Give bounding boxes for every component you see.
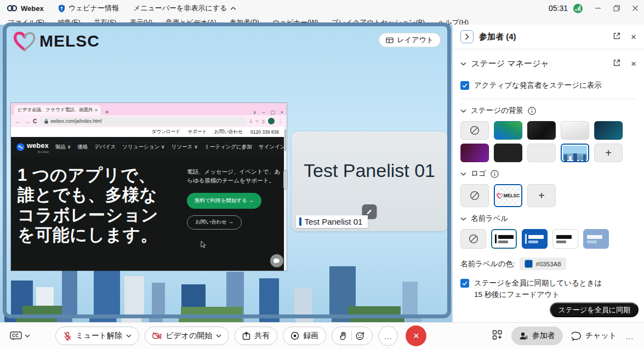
webinar-info-button[interactable]: ウェビナー情報 <box>58 3 119 13</box>
chevron-down-icon[interactable] <box>460 217 466 221</box>
captions-button[interactable] <box>10 331 30 341</box>
record-button[interactable]: 録画 <box>283 327 326 345</box>
hero-primary-cta[interactable]: 無料で利用を開始する → <box>187 193 261 209</box>
check-icon <box>462 83 468 88</box>
chat-toggle-button[interactable]: チャット <box>572 331 617 341</box>
apps-button[interactable] <box>492 330 503 342</box>
utility-link-support[interactable]: サポート <box>188 129 207 135</box>
participants-close-button[interactable]: × <box>631 32 636 42</box>
stage-manager-header: ステージ マネージャ × <box>453 53 644 75</box>
unmute-button[interactable]: ミュート解除 <box>55 327 139 345</box>
more-panels-button[interactable]: … <box>625 331 634 341</box>
browser-download-icon[interactable]: ⤓ <box>250 118 252 124</box>
color-swatch <box>525 260 533 268</box>
background-dark-option[interactable] <box>527 121 556 140</box>
collapse-panel-button[interactable] <box>460 30 474 43</box>
utility-link-phone[interactable]: 0120 339 836 <box>250 129 279 135</box>
sync-stage-button[interactable]: ステージを全員に同期 <box>550 302 639 317</box>
browser-sidepanel-icon[interactable]: ▯ <box>263 119 265 124</box>
new-tab-button[interactable]: + <box>105 108 109 115</box>
background-black-option[interactable] <box>494 144 522 162</box>
chevron-down-icon[interactable] <box>460 109 466 113</box>
background-city-option-selected[interactable] <box>561 144 589 162</box>
site-chat-widget-button[interactable] <box>270 254 283 267</box>
hide-menubar-button[interactable]: メニューバーを非表示にする <box>133 3 236 13</box>
logo-melsc-text: MELSC <box>504 193 520 198</box>
chevron-down-icon <box>25 334 30 337</box>
name-label-style4-option[interactable] <box>583 229 609 249</box>
active-speaker-label: アクティブな発言者をステージに表示 <box>474 81 602 90</box>
browser-bookmark-icon[interactable]: ☆ <box>255 119 259 124</box>
url-field[interactable]: webex.com/ja/index.html <box>40 117 247 125</box>
active-speaker-checkbox[interactable] <box>460 81 469 90</box>
reactions-button[interactable] <box>332 327 373 345</box>
window-close-button[interactable] <box>632 5 639 12</box>
browser-minimize-icon[interactable]: – <box>262 110 265 115</box>
site-nav-pricing[interactable]: 価格 <box>77 144 88 151</box>
browser-tab[interactable]: ビデオ会議、クラウド電話、画面共有 × <box>14 105 101 115</box>
name-label-style1-option-selected[interactable] <box>491 229 517 249</box>
hero-secondary-cta[interactable]: お問い合わせ → <box>187 215 242 230</box>
logo-none-option[interactable] <box>460 184 489 207</box>
utility-link-contact[interactable]: お問い合わせ <box>214 129 243 135</box>
stage-manager-title: ステージ マネージャ <box>471 59 549 69</box>
connection-quality-icon[interactable] <box>573 4 583 13</box>
info-icon[interactable] <box>528 107 536 115</box>
background-teal-gradient-option[interactable] <box>594 121 623 140</box>
logo-melsc-option-selected[interactable]: MELSC <box>494 184 522 207</box>
sync-fadeout-checkbox[interactable] <box>460 279 469 288</box>
name-label-style2-option[interactable] <box>522 229 548 249</box>
panelist-video-tile[interactable]: Test Panelist 01 Test Panelist 01 <box>292 131 447 231</box>
name-label-style3-option[interactable] <box>552 229 578 249</box>
browser-back-icon[interactable]: ← <box>15 118 21 124</box>
panelist-name-label: Test Panelist 01 <box>296 215 368 228</box>
browser-reload-icon[interactable]: C <box>33 118 37 124</box>
background-green-gradient-option[interactable] <box>494 121 522 140</box>
layout-button[interactable]: レイアウト <box>379 33 441 47</box>
info-icon[interactable] <box>491 170 499 178</box>
browser-restore-icon[interactable]: ▢ <box>270 110 275 115</box>
browser-scrollbar[interactable] <box>284 127 287 271</box>
background-none-option[interactable] <box>460 121 489 140</box>
background-light-option[interactable] <box>527 144 556 162</box>
sync-fadeout-label-line2: 15 秒後にフェードアウト <box>474 290 560 299</box>
browser-close-icon[interactable]: × <box>281 110 283 115</box>
logo-section-header: ロゴ <box>453 164 644 183</box>
start-video-button[interactable]: ビデオの開始 <box>145 327 229 345</box>
background-purple-gradient-option[interactable] <box>460 144 489 162</box>
stage-manager-close-button[interactable]: × <box>631 59 636 68</box>
add-background-button[interactable]: + <box>594 144 623 162</box>
site-navbar: webexby cisco 製品 ∨ 価格 デバイス ソリューション ∨ リソー… <box>11 137 287 157</box>
utility-link-download[interactable]: ダウンロード <box>152 129 180 135</box>
name-label-color-label: 名前ラベルの色: <box>460 259 515 269</box>
share-button[interactable]: 共有 <box>235 327 277 345</box>
chevron-down-icon[interactable] <box>460 62 466 66</box>
browser-dropdown-icon[interactable]: ∨ <box>253 110 257 115</box>
background-silver-option[interactable] <box>561 121 589 140</box>
chevron-down-icon[interactable] <box>460 172 466 176</box>
stage-divider-handle[interactable] <box>283 170 288 190</box>
site-nav-products[interactable]: 製品 ∨ <box>55 144 71 151</box>
browser-profile-avatar[interactable] <box>268 118 275 124</box>
name-label-none-option[interactable] <box>460 229 486 249</box>
site-nav-resources[interactable]: リソース ∨ <box>172 144 198 151</box>
leave-meeting-button[interactable]: × <box>406 325 426 346</box>
participants-popout-button[interactable] <box>613 32 621 42</box>
camera-off-icon <box>152 332 162 340</box>
more-options-button[interactable]: … <box>378 326 398 346</box>
closed-captions-icon <box>10 331 22 341</box>
browser-forward-icon[interactable]: → <box>24 118 30 124</box>
browser-menu-icon[interactable]: ⋮ <box>278 119 282 124</box>
tab-close-icon[interactable]: × <box>95 107 98 113</box>
participants-toggle-button[interactable]: 参加者 <box>511 327 563 345</box>
site-nav-signin[interactable]: サインイン <box>259 144 286 151</box>
site-nav-solutions[interactable]: ソリューション ∨ <box>122 144 164 151</box>
site-nav-devices[interactable]: デバイス <box>94 144 116 151</box>
stage-manager-popout-button[interactable] <box>613 59 621 68</box>
window-minimize-button[interactable] <box>595 5 601 12</box>
participants-count: (4) <box>506 32 516 41</box>
add-logo-button[interactable]: + <box>527 184 556 207</box>
name-label-color-picker[interactable]: #0353A8 <box>520 258 566 270</box>
site-nav-join-meeting[interactable]: ミーティングに参加 <box>204 144 252 151</box>
window-restore-button[interactable] <box>613 5 620 12</box>
